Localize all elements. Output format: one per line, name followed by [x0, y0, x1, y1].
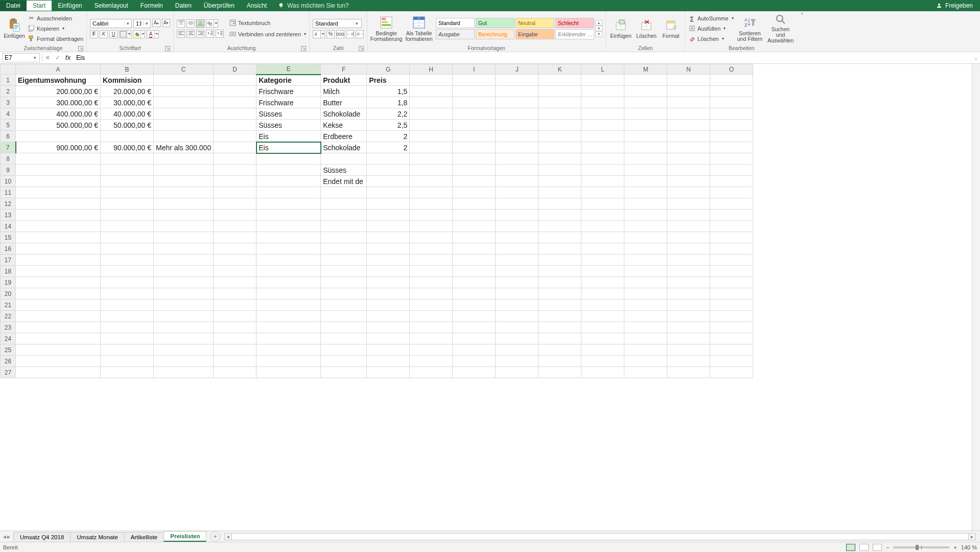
cell-A25[interactable] [16, 344, 101, 356]
menu-tab-seitenlayout[interactable]: Seitenlayout [88, 1, 134, 11]
cell-E1[interactable]: Kategorie [256, 75, 321, 86]
cell-O24[interactable] [710, 333, 753, 344]
cell-A17[interactable] [16, 255, 101, 266]
cell-C11[interactable] [154, 187, 214, 198]
cell-style-schlecht[interactable]: Schlecht [555, 18, 594, 28]
cell-F19[interactable] [321, 277, 367, 288]
cell-J24[interactable] [496, 333, 539, 344]
gallery-scroll-up[interactable]: ▴ [595, 20, 602, 26]
sheet-nav-last[interactable]: ▸ [7, 533, 10, 540]
cell-I15[interactable] [453, 232, 496, 243]
tell-me-search[interactable]: Was möchten Sie tun? [278, 2, 348, 9]
cell-B27[interactable] [101, 367, 154, 378]
row-header-23[interactable]: 23 [1, 322, 16, 333]
cell-O13[interactable] [710, 210, 753, 221]
cell-N7[interactable] [667, 142, 710, 153]
cell-F2[interactable]: Milch [321, 86, 367, 97]
cell-H15[interactable] [410, 232, 453, 243]
cell-F17[interactable] [321, 255, 367, 266]
cell-M16[interactable] [624, 243, 667, 255]
cell-H24[interactable] [410, 333, 453, 344]
cell-C1[interactable] [154, 75, 214, 86]
cell-A16[interactable] [16, 243, 101, 255]
spreadsheet-grid[interactable]: ABCDEFGHIJKLMNO1EigentumswohnungKommisio… [0, 64, 980, 531]
cell-K15[interactable] [539, 232, 581, 243]
cell-style-eingabe[interactable]: Eingabe [516, 29, 554, 39]
sheet-nav-first[interactable]: ◂ [3, 533, 6, 540]
cell-B25[interactable] [101, 344, 154, 356]
cell-E13[interactable] [256, 210, 321, 221]
cell-K18[interactable] [539, 266, 581, 277]
format-as-table-button[interactable]: Als Tabelle formatieren [404, 14, 434, 43]
cell-D11[interactable] [214, 187, 256, 198]
cell-M3[interactable] [624, 97, 667, 108]
file-tab[interactable]: Datei [0, 1, 27, 11]
borders-button[interactable] [119, 30, 127, 38]
cell-H5[interactable] [410, 120, 453, 131]
cell-N12[interactable] [667, 198, 710, 210]
cell-D8[interactable] [214, 153, 256, 165]
cell-F27[interactable] [321, 367, 367, 378]
cell-O12[interactable] [710, 198, 753, 210]
cell-A6[interactable] [16, 131, 101, 142]
cell-C2[interactable] [154, 86, 214, 97]
cell-L9[interactable] [581, 165, 624, 176]
dialog-launcher-icon[interactable]: ↘ [301, 46, 306, 51]
cell-L7[interactable] [581, 142, 624, 153]
cell-H4[interactable] [410, 108, 453, 120]
cell-I2[interactable] [453, 86, 496, 97]
cell-L11[interactable] [581, 187, 624, 198]
decrease-decimal-button[interactable]: .0→ [356, 30, 364, 38]
cell-M13[interactable] [624, 210, 667, 221]
cell-H27[interactable] [410, 367, 453, 378]
cell-J21[interactable] [496, 300, 539, 311]
cell-G7[interactable]: 2 [367, 142, 410, 153]
cell-D6[interactable] [214, 131, 256, 142]
cell-H23[interactable] [410, 322, 453, 333]
cell-B3[interactable]: 30.000,00 € [101, 97, 154, 108]
cell-A1[interactable]: Eigentumswohnung [16, 75, 101, 86]
cell-J12[interactable] [496, 198, 539, 210]
cell-N15[interactable] [667, 232, 710, 243]
cell-I10[interactable] [453, 176, 496, 187]
dialog-launcher-icon[interactable]: ↘ [78, 46, 83, 51]
cell-K23[interactable] [539, 322, 581, 333]
cell-C5[interactable] [154, 120, 214, 131]
row-header-24[interactable]: 24 [1, 333, 16, 344]
sheet-tab-artikelliste[interactable]: Artikelliste [124, 532, 164, 542]
cell-A26[interactable] [16, 356, 101, 367]
cell-B14[interactable] [101, 221, 154, 232]
menu-tab-start[interactable]: Start [27, 1, 52, 11]
cell-J17[interactable] [496, 255, 539, 266]
cell-I5[interactable] [453, 120, 496, 131]
cell-B15[interactable] [101, 232, 154, 243]
menu-tab-daten[interactable]: Daten [169, 1, 198, 11]
sheet-tab-preislisten[interactable]: Preislisten [164, 531, 206, 542]
cell-J23[interactable] [496, 322, 539, 333]
delete-cells-button[interactable]: Löschen [635, 14, 658, 43]
cell-J25[interactable] [496, 344, 539, 356]
cell-B26[interactable] [101, 356, 154, 367]
orientation-button[interactable]: ab [206, 19, 214, 28]
cell-J4[interactable] [496, 108, 539, 120]
row-header-15[interactable]: 15 [1, 232, 16, 243]
cell-C7[interactable]: Mehr als 300.000 [154, 142, 214, 153]
cell-N26[interactable] [667, 356, 710, 367]
cell-K14[interactable] [539, 221, 581, 232]
cell-H9[interactable] [410, 165, 453, 176]
decrease-indent-button[interactable] [206, 30, 214, 38]
cell-G8[interactable] [367, 153, 410, 165]
align-center-button[interactable] [186, 30, 195, 38]
cell-A12[interactable] [16, 198, 101, 210]
cell-O9[interactable] [710, 165, 753, 176]
cell-H26[interactable] [410, 356, 453, 367]
cell-K17[interactable] [539, 255, 581, 266]
cell-L5[interactable] [581, 120, 624, 131]
cell-F10[interactable]: Endet mit de [321, 176, 367, 187]
increase-font-button[interactable]: A▴ [152, 19, 160, 27]
cell-C24[interactable] [154, 333, 214, 344]
cell-F8[interactable] [321, 153, 367, 165]
row-header-21[interactable]: 21 [1, 300, 16, 311]
cell-I3[interactable] [453, 97, 496, 108]
format-cells-button[interactable]: Format [660, 14, 682, 43]
